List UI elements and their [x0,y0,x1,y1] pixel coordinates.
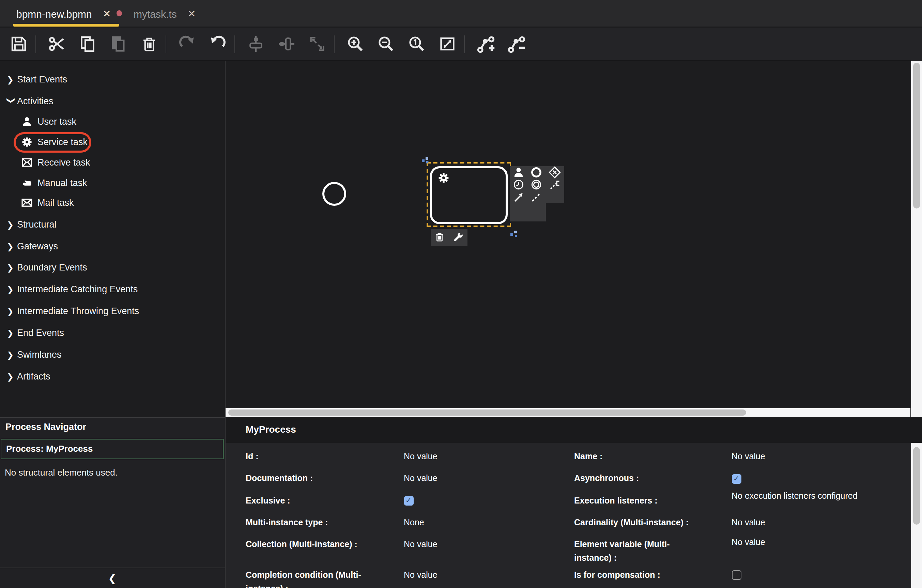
property-value-cardinality[interactable]: No value [732,515,765,529]
canvas-horizontal-scrollbar[interactable] [225,408,910,416]
property-label-name: Name : [574,449,695,463]
palette-category-end-events[interactable]: ❯ End Events [0,325,224,340]
modified-dot-icon [116,10,122,16]
tab-ts-file[interactable]: mytask.ts ✕ [134,0,196,27]
toolbar-separator [464,35,465,53]
palette-category-structural[interactable]: ❯ Structural [0,217,224,232]
canvas-vertical-scrollbar[interactable] [911,60,922,416]
process-navigator-selected-row[interactable]: Process: MyProcess [1,439,224,459]
align-vertical-button[interactable] [271,29,302,58]
main-area: ❯ Start Events ❯ Activities User task Se… [0,60,922,416]
palette-category-activities[interactable]: ❯ Activities [0,94,224,109]
category-label: Structural [17,219,57,230]
configure-element-button[interactable] [453,232,463,243]
property-value-id[interactable]: No value [404,449,438,463]
palette-category-swimlanes[interactable]: ❯ Swimlanes [0,347,224,362]
redo-icon [178,35,196,53]
align-horizontal-button[interactable] [240,29,271,58]
palette-category-artifacts[interactable]: ❯ Artifacts [0,369,224,384]
sequence-flow-icon [512,191,525,203]
create-intermediate-event-button[interactable] [528,178,546,191]
zoom-out-button[interactable] [371,29,401,58]
trash-icon [435,232,445,243]
delete-button[interactable] [134,29,164,58]
save-button[interactable] [3,29,34,58]
connect-to-element-button[interactable] [546,178,564,191]
service-task-shape[interactable] [430,166,508,224]
paste-button[interactable] [103,29,134,58]
resize-handle-icon[interactable] [422,155,429,162]
palette-item-service-task[interactable]: Service task [0,135,224,150]
intermediate-event-icon [531,178,543,191]
properties-scrollbar[interactable] [911,443,922,588]
end-event-icon [531,166,543,178]
remove-bendpoint-button[interactable] [501,29,531,58]
diagram-canvas[interactable] [225,60,922,416]
tab-label: mytask.ts [134,8,177,20]
palette-item-mail-task[interactable]: Mail task [0,195,224,210]
palette-item-user-task[interactable]: User task [0,114,224,129]
trash-icon [140,35,158,53]
close-icon[interactable]: ✕ [103,8,111,19]
zoom-actual-button[interactable] [401,29,432,58]
palette-item-receive-task[interactable]: Receive task [0,155,224,170]
same-size-button[interactable] [302,29,333,58]
scrollbar-thumb[interactable] [913,63,920,209]
toolbar-separator [165,35,166,53]
bottom-panels: Process Navigator Process: MyProcess No … [0,416,922,588]
property-value-collection[interactable]: No value [404,537,438,551]
undo-button[interactable] [203,29,233,58]
category-label: Swimlanes [17,350,62,360]
start-event-shape[interactable] [322,182,346,206]
same-size-icon [308,35,326,53]
palette-category-start-events[interactable]: ❯ Start Events [0,72,224,87]
property-value-element-variable[interactable]: No value [732,535,765,549]
process-navigator-title: Process Navigator [5,421,86,432]
create-association-button[interactable] [528,191,546,203]
gateway-x-icon [549,166,561,178]
property-value-execution-listeners[interactable]: No execution listeners configured [732,489,909,503]
property-value-completion-condition[interactable]: No value [404,568,438,582]
resize-handle-icon[interactable] [510,228,518,236]
is-for-compensation-checkbox[interactable] [732,570,741,580]
process-navigator-panel: Process Navigator Process: MyProcess No … [0,416,225,588]
copy-button[interactable] [72,29,103,58]
collapse-panel-icon[interactable]: ❮ [108,572,116,585]
property-value-multi-instance-type[interactable]: None [404,515,424,529]
redo-button[interactable] [172,29,203,58]
palette-item-manual-task[interactable]: Manual task [0,175,224,190]
property-label-is-for-compensation: Is for compensation : [574,568,695,582]
add-bendpoint-button[interactable] [470,29,501,58]
palette-item-label: Mail task [38,198,74,208]
toolbar-separator [234,35,235,53]
palette-category-intermediate-throwing-events[interactable]: ❯ Intermediate Throwing Events [0,304,224,318]
asynchronous-checkbox[interactable]: ✓ [732,474,741,483]
property-value-documentation[interactable]: No value [404,471,438,485]
create-sequence-flow-button[interactable] [509,191,528,203]
zoom-fit-button[interactable] [432,29,463,58]
close-icon[interactable]: ✕ [188,8,196,19]
exclusive-checkbox[interactable]: ✓ [404,496,413,505]
scrollbar-thumb[interactable] [913,447,920,524]
mail-icon [20,196,33,209]
palette-item-label: User task [38,116,76,126]
remove-bendpoint-icon [507,34,526,54]
create-timer-event-button[interactable] [509,178,528,191]
palette-category-intermediate-catching-events[interactable]: ❯ Intermediate Catching Events [0,282,224,297]
create-user-task-button[interactable] [509,166,528,178]
tab-bpmn-file[interactable]: bpmn-new.bpmn ✕ [16,0,111,27]
palette-category-gateways[interactable]: ❯ Gateways [0,239,224,254]
create-end-event-button[interactable] [528,166,546,178]
zoom-in-button[interactable] [340,29,371,58]
palette-category-boundary-events[interactable]: ❯ Boundary Events [0,260,224,275]
chevron-right-icon: ❯ [7,328,16,338]
user-icon [20,115,33,127]
delete-element-button[interactable] [435,232,445,243]
cut-button[interactable] [42,29,72,58]
scrollbar-thumb[interactable] [228,410,746,415]
property-value-name[interactable]: No value [732,449,765,463]
tab-label: bpmn-new.bpmn [16,8,92,20]
selected-process-label: Process: MyProcess [6,444,93,454]
chevron-right-icon: ❯ [7,350,16,359]
create-gateway-button[interactable] [546,166,564,178]
